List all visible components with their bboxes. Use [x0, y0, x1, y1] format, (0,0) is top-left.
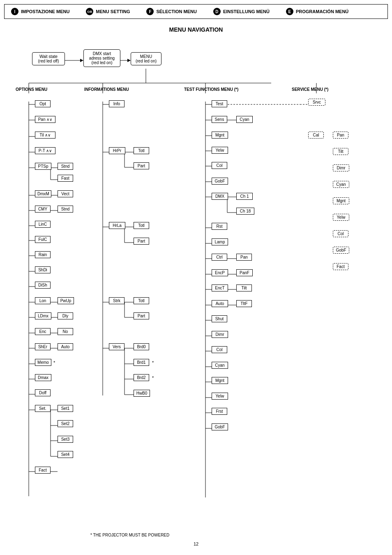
svg-marker-1	[80, 59, 83, 62]
rain-node: Rain	[35, 251, 51, 258]
info-node: Info	[109, 100, 125, 107]
fulc-node: FulC	[35, 236, 51, 243]
ch1-node: Ch 1	[236, 193, 253, 200]
dmx-start-box: DMX start adress setting (red led on)	[83, 49, 120, 67]
part-node2: Part	[134, 238, 149, 245]
label-I: IMPOSTAZIONE MENU	[21, 9, 69, 14]
menu-line2: (red led on)	[133, 59, 159, 63]
wait-line1: Wait state	[34, 54, 63, 59]
yelw-srv-node: Yelw	[333, 214, 349, 221]
dmxm-node: DmxM	[35, 190, 51, 197]
svg-marker-3	[127, 59, 131, 62]
ptsp-node: PTSp	[35, 163, 51, 170]
hwb0-node: HwB0	[134, 390, 150, 397]
encp-node: EncP	[212, 269, 228, 276]
mgnt-node2: Mgnt	[212, 377, 228, 384]
header-item-GB: GB MENU SETTING	[86, 8, 130, 15]
col-node1: Col	[212, 162, 227, 169]
hrla-node: HrLa	[109, 222, 125, 229]
service-menu-label: SERVICE MENU (*)	[292, 87, 328, 92]
part-node3: Part	[134, 312, 149, 319]
lamp-node: Lamp	[212, 238, 228, 245]
badge-D: D	[213, 8, 221, 15]
page-title: MENU NAVIGATION	[0, 26, 392, 33]
cyan-node1: Cyan	[236, 116, 253, 123]
cyan-node2: Cyan	[212, 362, 228, 369]
dmx-node: DMX	[212, 193, 228, 200]
pan-node2: Pan	[236, 254, 252, 261]
star-brd2: *	[152, 375, 154, 380]
yelw-node2: Yelw	[212, 393, 228, 400]
pan-srv-node: Pan	[333, 132, 348, 139]
dimr-node1: Dimr	[212, 331, 228, 338]
col-srv-node: Col	[333, 230, 348, 237]
dmax-node: Dmax	[35, 374, 51, 381]
tltf-node: TltF	[236, 300, 252, 307]
lon-node: Lon	[35, 297, 51, 304]
set4-node: Set4	[58, 451, 73, 458]
set-node: Set.	[35, 405, 51, 412]
totl-node3: Totl	[134, 297, 149, 304]
mgnt-srv-node: Mgnt	[333, 197, 349, 204]
badge-GB: GB	[86, 8, 93, 15]
rst-node: Rst	[212, 223, 227, 230]
dmx-line1: DMX start	[85, 51, 118, 56]
page-number: 12	[0, 541, 392, 546]
menu-box: MENU (red led on)	[131, 52, 161, 65]
stnd-node2: Stnd	[58, 206, 73, 213]
tilt-node: Tilt	[236, 284, 252, 291]
stnd-node1: Stnd	[58, 163, 73, 170]
label-E: PROGRAMACIÓN MENÚ	[296, 9, 348, 14]
til-node: Til ∧∨	[35, 132, 55, 139]
enct-node: EncT	[212, 284, 228, 291]
label-D: EINSTELLUNG MENÜ	[223, 9, 270, 14]
vers-node: Vers	[109, 343, 125, 350]
auto-node: Auto	[58, 343, 73, 350]
linc-node: LinC	[35, 221, 51, 228]
info-menu-label: INFORMATIONS MENU	[84, 87, 129, 92]
brd1-node: Brd1	[134, 359, 149, 366]
set3-node: Set3	[58, 436, 73, 443]
opt-node: Opt	[35, 100, 51, 107]
set1-node: Set1	[58, 405, 73, 412]
header-item-F: F SÉLECTION MENU	[146, 8, 196, 15]
strk-node: Strk	[109, 297, 125, 304]
dimr-srv-node: Dimr	[333, 164, 349, 171]
pwup-node: PwUp	[58, 297, 74, 304]
header: I IMPOSTAZIONE MENU GB MENU SETTING F SÉ…	[4, 4, 388, 19]
mgnt-node1: Mgnt	[212, 132, 228, 139]
ctrl-node: Ctrl	[212, 254, 227, 261]
ldmx-node: LDmx	[35, 312, 51, 319]
test-menu-label: TEST FUNCTIONS MENU (*)	[184, 87, 238, 92]
shut-node: Shut	[212, 315, 227, 322]
totl-node2: Totl	[134, 222, 149, 229]
cal-node: Cal	[308, 132, 324, 139]
star-memo: *	[53, 360, 55, 365]
footnote: * THE PROJECTOR MUST BE POWERED	[90, 533, 392, 537]
enc-node: Enc	[35, 328, 51, 335]
header-item-I: I IMPOSTAZIONE MENU	[11, 8, 69, 15]
pan-node: Pan ∧∨	[35, 116, 55, 123]
totl-node1: Totl	[134, 147, 149, 154]
auto-test-node: Auto	[212, 300, 228, 307]
fact-node: Fact	[35, 467, 51, 474]
sens-node: Sens	[212, 116, 227, 123]
shdi-node: ShDi	[35, 266, 51, 273]
tilt-srv-node: Tilt	[333, 148, 348, 155]
label-F: SÉLECTION MENU	[156, 9, 196, 14]
fact-srv-node: Fact	[333, 263, 348, 270]
cyan-srv-node: Cyan	[333, 181, 349, 188]
srvc-node: Srvc	[308, 99, 325, 106]
no-node: No	[58, 328, 73, 335]
header-item-D: D EINSTELLUNG MENÜ	[213, 8, 270, 15]
col-node2: Col	[212, 346, 227, 353]
label-GB: MENU SETTING	[96, 9, 130, 14]
star-brd1: *	[152, 360, 154, 365]
panf-node: PanF	[236, 269, 253, 276]
hrpr-node: HrPr	[109, 147, 125, 154]
test-node: Test	[212, 100, 227, 107]
brd0-node: Brd0	[134, 343, 149, 350]
dish-node: DiSh	[35, 282, 51, 289]
badge-I: I	[11, 8, 18, 15]
pt-node: P-T ∧∨	[35, 147, 55, 154]
